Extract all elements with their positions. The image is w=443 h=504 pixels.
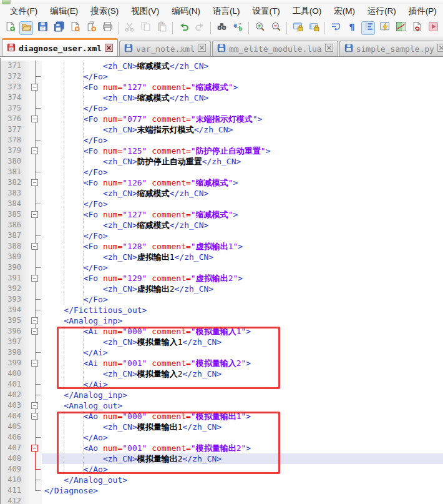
fold-margin[interactable] [29, 199, 42, 209]
code-text[interactable]: <zh_CN>模拟量输出1</zh_CN> [42, 422, 443, 432]
menu-item-5[interactable]: 语言(L) [207, 4, 246, 18]
menu-item-9[interactable]: 运行(R) [361, 4, 402, 18]
fold-margin[interactable] [29, 400, 42, 411]
find-button[interactable] [215, 21, 228, 35]
fold-margin[interactable] [29, 305, 42, 315]
sync-horizontal-scrolling-button[interactable] [307, 21, 321, 35]
fold-margin[interactable] [29, 337, 42, 347]
new-file-button[interactable] [3, 21, 17, 35]
code-text[interactable]: <Fo num="127" comment="缩减模式"> [42, 82, 443, 92]
show-all-characters-button[interactable]: ¶ [345, 21, 359, 35]
tab-mm_elite_module-lua[interactable]: mm_elite_module.lua [212, 41, 338, 56]
fold-margin[interactable] [29, 453, 42, 464]
code-text[interactable]: <Ai num="001" comment="模拟量输入2"> [42, 358, 443, 368]
code-text[interactable]: <zh_CN>模拟量输入1</zh_CN> [42, 337, 443, 347]
fold-collapse-icon[interactable] [31, 211, 38, 218]
fold-margin[interactable] [29, 496, 42, 504]
fold-collapse-icon[interactable] [31, 445, 38, 452]
menu-item-8[interactable]: 宏(M) [328, 4, 361, 18]
code-text[interactable]: </Analog_inp> [42, 390, 443, 400]
code-text[interactable]: <Fo num="127" comment="缩减模式"> [42, 209, 443, 220]
code-text[interactable]: <Fo num="129" comment="虚拟输出2"> [42, 273, 443, 284]
code-text[interactable]: </Fictitious_out> [42, 305, 443, 315]
tab-close-icon[interactable] [437, 44, 443, 54]
code-text[interactable]: <Fo num="125" comment="防护停止自动重置"> [42, 146, 443, 156]
tab-diagnose_user-xml[interactable]: diagnose_user.xml [2, 38, 118, 57]
fold-margin[interactable] [29, 347, 42, 358]
fold-margin[interactable] [29, 220, 42, 230]
menu-item-7[interactable]: 工具(O) [286, 4, 328, 18]
editor-area[interactable]: 371 <zh_CN>缩减模式</zh_CN>372 </Fo>373 <Fo … [0, 58, 443, 504]
menu-item-4[interactable]: 编码(N) [165, 4, 207, 18]
code-text[interactable]: <Ao num="000" comment="模拟量输出1"> [42, 411, 443, 422]
code-text[interactable]: </Ao> [42, 432, 443, 443]
fold-margin[interactable] [29, 432, 42, 443]
fold-margin[interactable] [29, 124, 42, 135]
fold-collapse-icon[interactable] [31, 317, 38, 324]
code-text[interactable]: <zh_CN>模拟量输入2</zh_CN> [42, 368, 443, 379]
paste-button[interactable] [155, 21, 168, 35]
fold-margin[interactable] [29, 443, 42, 453]
fold-collapse-icon[interactable] [31, 116, 38, 122]
fold-margin[interactable] [29, 284, 42, 294]
save-button[interactable] [36, 21, 49, 35]
code-text[interactable]: </Fo> [42, 199, 443, 209]
code-text[interactable]: </Fo> [42, 71, 443, 82]
tab-close-icon[interactable] [198, 44, 206, 54]
code-text[interactable]: <zh_CN>缩减模式</zh_CN> [42, 220, 443, 230]
code-text[interactable]: </Fo> [42, 262, 443, 273]
code-text[interactable]: <Fo num="077" comment="末端指示灯模式"> [42, 114, 443, 124]
fold-margin[interactable] [29, 82, 42, 92]
fold-margin[interactable] [29, 103, 42, 114]
fold-margin[interactable] [29, 177, 42, 188]
menu-item-0[interactable]: 文件(F) [4, 4, 44, 18]
fold-margin[interactable] [29, 92, 42, 103]
fold-margin[interactable] [29, 368, 42, 379]
code-text[interactable]: </Ai> [42, 379, 443, 390]
fold-margin[interactable] [29, 358, 42, 368]
code-text[interactable]: <zh_CN>模拟量输出2</zh_CN> [42, 453, 443, 464]
code-text[interactable]: <Fo num="128" comment="虚拟输出1"> [42, 241, 443, 252]
fold-margin[interactable] [29, 294, 42, 305]
code-text[interactable]: </Fo> [42, 294, 443, 305]
fold-collapse-icon[interactable] [31, 360, 38, 367]
fold-margin[interactable] [29, 379, 42, 390]
close-document-button[interactable] [68, 21, 82, 35]
code-text[interactable]: </Fo> [42, 230, 443, 241]
fold-margin[interactable] [29, 252, 42, 262]
zoom-in-button[interactable] [253, 21, 266, 35]
code-text[interactable]: <zh_CN>缩减模式</zh_CN> [42, 61, 443, 71]
fold-margin[interactable] [29, 262, 42, 273]
fold-margin[interactable] [29, 475, 42, 485]
code-text[interactable]: <Ai num="000" comment="模拟量输入1"> [42, 326, 443, 337]
open-file-button[interactable] [19, 21, 33, 35]
fold-collapse-icon[interactable] [31, 275, 38, 282]
fold-margin[interactable] [29, 167, 42, 177]
word-wrap-button[interactable] [329, 21, 343, 35]
fold-margin[interactable] [29, 135, 42, 146]
fold-collapse-icon[interactable] [31, 84, 38, 91]
fold-collapse-icon[interactable] [31, 413, 38, 420]
code-text[interactable]: </Ao> [42, 464, 443, 475]
redo-button[interactable] [193, 21, 207, 35]
code-text[interactable]: <Ao num="001" comment="模拟量输出2"> [42, 443, 443, 453]
save-all-button[interactable] [52, 21, 66, 35]
tab-close-icon[interactable] [325, 44, 333, 54]
code-text[interactable]: <zh_CN>缩减模式</zh_CN> [42, 188, 443, 199]
code-text[interactable]: <Fo num="126" comment="缩减模式"> [42, 177, 443, 188]
code-text[interactable]: </Diagnose> [42, 485, 443, 496]
cut-button[interactable] [122, 21, 136, 35]
tab-var_note-xml[interactable]: var_note.xml [119, 41, 211, 56]
fold-margin[interactable] [29, 464, 42, 475]
replace-button[interactable]: ab [231, 21, 245, 35]
fold-margin[interactable] [29, 273, 42, 284]
document-map-button[interactable] [394, 21, 407, 35]
fold-margin[interactable] [29, 390, 42, 400]
fold-collapse-icon[interactable] [31, 328, 38, 335]
fold-margin[interactable] [29, 114, 42, 124]
menu-item-10[interactable]: 插件(P) [402, 4, 443, 18]
menu-item-6[interactable]: 设置(T) [246, 4, 286, 18]
menu-item-2[interactable]: 搜索(S) [84, 4, 125, 18]
launch-in-browser-button[interactable] [377, 21, 391, 35]
code-text[interactable]: <zh_CN>末端指示灯模式</zh_CN> [42, 124, 443, 135]
